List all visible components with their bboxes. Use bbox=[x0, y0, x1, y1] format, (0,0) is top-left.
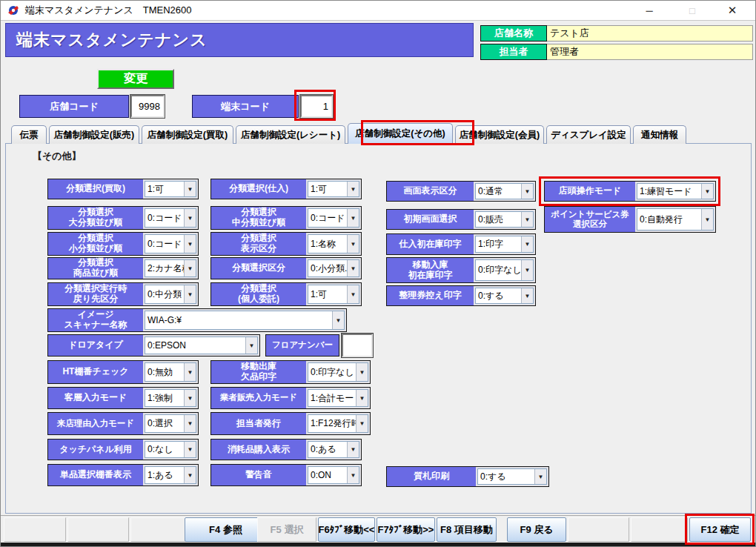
field-raiten-riyu: 来店理由入力モード 0:選択▼ bbox=[47, 412, 199, 435]
close-icon[interactable]: ✕ bbox=[715, 1, 749, 20]
gamen-hyoji-select[interactable]: 0:通常▼ bbox=[475, 183, 534, 199]
shomohin-select[interactable]: 0:ある▼ bbox=[308, 441, 359, 458]
chevron-down-icon[interactable]: ▼ bbox=[701, 184, 713, 199]
chevron-down-icon[interactable]: ▼ bbox=[347, 442, 359, 457]
chevron-down-icon[interactable]: ▼ bbox=[521, 212, 533, 227]
shichifuda-select[interactable]: 0:する▼ bbox=[477, 468, 547, 485]
fkey-slot-empty bbox=[4, 517, 66, 542]
chevron-down-icon[interactable]: ▼ bbox=[356, 415, 368, 432]
bottom-strip bbox=[1, 543, 756, 547]
chevron-down-icon[interactable]: ▼ bbox=[347, 235, 359, 253]
chevron-down-icon[interactable]: ▼ bbox=[347, 182, 359, 196]
groupbox-title: 【その他】 bbox=[29, 150, 85, 163]
change-mode-badge[interactable]: 変更 bbox=[97, 69, 174, 89]
bunrui-sho-select[interactable]: 0:コード▼ bbox=[145, 234, 196, 253]
field-ht-tanaban: HT棚番チェック 0:無効▼ bbox=[47, 360, 199, 384]
window-title: 端末マスタメンテナンス TMEN2600 bbox=[25, 4, 192, 17]
f6-tab-prev-button[interactable]: F6ﾀﾌﾞ移動<< bbox=[318, 517, 375, 542]
bunrui-chu-select[interactable]: 0:コード▼ bbox=[308, 208, 359, 228]
store-code-input[interactable]: 9998 bbox=[130, 95, 165, 118]
chevron-down-icon[interactable]: ▼ bbox=[184, 182, 196, 196]
selected-value: 1:印字 bbox=[476, 236, 521, 252]
field-label: 来店理由入力モード bbox=[48, 413, 143, 434]
chevron-down-icon[interactable]: ▼ bbox=[356, 390, 368, 406]
chevron-down-icon[interactable]: ▼ bbox=[347, 285, 359, 303]
chevron-down-icon[interactable]: ▼ bbox=[534, 469, 546, 484]
chevron-down-icon[interactable]: ▼ bbox=[521, 184, 533, 199]
minimize-icon[interactable]: ─ bbox=[632, 1, 666, 20]
bunrui-modori-select[interactable]: 0:中分類▼ bbox=[145, 285, 196, 304]
chevron-down-icon[interactable]: ▼ bbox=[184, 467, 196, 483]
field-bunrui-kojin: 分類選択 (個人委託) 1:可▼ bbox=[210, 282, 362, 306]
fkey-slot-empty bbox=[130, 517, 188, 542]
kyakusou-select[interactable]: 1:強制▼ bbox=[145, 389, 196, 407]
field-shomohin: 消耗品購入表示 0:ある▼ bbox=[210, 439, 362, 460]
chevron-down-icon[interactable]: ▼ bbox=[184, 260, 196, 276]
f4-sansho-button[interactable]: F4 参照 bbox=[185, 517, 267, 542]
bunrui-kaitori-select[interactable]: 1:可▼ bbox=[145, 181, 196, 197]
tab-seigyo-kaiin[interactable]: 店舗制御設定(会員) bbox=[455, 125, 544, 144]
shiire-zaiko-select[interactable]: 1:印字▼ bbox=[475, 236, 534, 253]
keikokuon-select[interactable]: 0:ON▼ bbox=[308, 466, 359, 484]
drawer-type-select[interactable]: 0:EPSON▼ bbox=[145, 337, 258, 354]
chevron-down-icon[interactable]: ▼ bbox=[356, 363, 368, 381]
chevron-down-icon[interactable]: ▼ bbox=[184, 285, 196, 303]
f7-tab-next-button[interactable]: F7ﾀﾌﾞ移動>> bbox=[377, 517, 435, 542]
ht-tanaban-select[interactable]: 0:無効▼ bbox=[145, 362, 196, 382]
chevron-down-icon[interactable]: ▼ bbox=[521, 288, 533, 303]
bunrui-shiire-select[interactable]: 1:可▼ bbox=[308, 181, 359, 197]
tentou-sousa-select[interactable]: 1:練習モード▼ bbox=[637, 183, 714, 199]
chevron-down-icon[interactable]: ▼ bbox=[347, 467, 359, 483]
selected-value: 0:自動発行 bbox=[637, 209, 701, 230]
field-label: 消耗品購入表示 bbox=[211, 440, 306, 460]
shoki-gamen-select[interactable]: 0:販売▼ bbox=[475, 211, 534, 228]
tab-display[interactable]: ディスプレイ設定 bbox=[546, 125, 631, 144]
selected-value: 0:選択 bbox=[145, 415, 184, 432]
selected-value: 1:ある bbox=[145, 467, 184, 483]
chevron-down-icon[interactable]: ▼ bbox=[184, 390, 196, 406]
terminal-code-input[interactable]: 1 bbox=[300, 95, 333, 118]
floor-number-input[interactable] bbox=[342, 334, 373, 357]
chevron-down-icon[interactable]: ▼ bbox=[521, 260, 533, 280]
chevron-down-icon[interactable]: ▼ bbox=[701, 209, 713, 230]
raiten-riyu-select[interactable]: 0:選択▼ bbox=[145, 414, 196, 433]
chevron-down-icon[interactable]: ▼ bbox=[332, 311, 344, 329]
chevron-down-icon[interactable]: ▼ bbox=[184, 363, 196, 381]
tab-seigyo-receipt[interactable]: 店舗制御設定(レシート) bbox=[236, 125, 345, 144]
tantosha-hakko-select[interactable]: 1:F12発行時▼ bbox=[308, 414, 368, 433]
tanpin-tanaban-select[interactable]: 1:ある▼ bbox=[145, 466, 196, 484]
bunrui-kojin-select[interactable]: 1:可▼ bbox=[308, 285, 359, 304]
selected-value: 0:無効 bbox=[145, 363, 184, 381]
tab-seigyo-hanbai[interactable]: 店舗制御設定(販売) bbox=[49, 125, 139, 144]
gyosha-hanbai-select[interactable]: 1:合計モード▼ bbox=[308, 389, 368, 407]
f8-item-move-button[interactable]: F8 項目移動 bbox=[437, 517, 497, 542]
field-idou-shukko: 移動出庫 欠品印字 0:印字なし▼ bbox=[210, 360, 371, 384]
bunrui-hyoji-select[interactable]: 1:名称▼ bbox=[308, 234, 359, 253]
tab-seigyo-sonota[interactable]: 店舗制御設定(その他) bbox=[348, 123, 453, 144]
tab-tsuchi[interactable]: 通知情報 bbox=[633, 125, 686, 144]
bunrui-shohin-select[interactable]: 2:カナ名称▼ bbox=[145, 259, 196, 277]
terminal-code-label: 端末コード bbox=[192, 95, 299, 118]
bunrui-dai-select[interactable]: 0:コード▼ bbox=[145, 208, 196, 228]
seiriken-select[interactable]: 0:する▼ bbox=[475, 288, 534, 304]
idou-nyuko-select[interactable]: 0:印字なし▼ bbox=[475, 259, 534, 281]
field-tantosha-hakko: 担当者発行 1:F12発行時▼ bbox=[210, 412, 371, 435]
touch-panel-select[interactable]: 0:なし▼ bbox=[145, 441, 196, 458]
tab-denpyo[interactable]: 伝票 bbox=[11, 125, 47, 144]
chevron-down-icon[interactable]: ▼ bbox=[347, 260, 359, 276]
idou-shukko-select[interactable]: 0:印字なし▼ bbox=[308, 362, 368, 382]
point-ticket-select[interactable]: 0:自動発行▼ bbox=[637, 208, 714, 231]
chevron-down-icon[interactable]: ▼ bbox=[521, 236, 533, 252]
chevron-down-icon[interactable]: ▼ bbox=[184, 442, 196, 457]
chevron-down-icon[interactable]: ▼ bbox=[347, 209, 359, 227]
chevron-down-icon[interactable]: ▼ bbox=[184, 209, 196, 227]
chevron-down-icon[interactable]: ▼ bbox=[184, 415, 196, 432]
chevron-down-icon[interactable]: ▼ bbox=[184, 235, 196, 253]
f9-back-button[interactable]: F9 戻る bbox=[507, 517, 566, 542]
bunrui-kubun-select[interactable]: 0:小分類...▼ bbox=[308, 259, 359, 277]
image-scanner-select[interactable]: WIA-G:¥▼ bbox=[145, 311, 345, 330]
f12-kakutei-button[interactable]: F12 確定 bbox=[689, 517, 751, 542]
tab-seigyo-kaitori[interactable]: 店舗制御設定(買取) bbox=[142, 125, 233, 144]
chevron-down-icon[interactable]: ▼ bbox=[245, 337, 257, 354]
field-label: 店頭操作モード bbox=[545, 182, 635, 201]
